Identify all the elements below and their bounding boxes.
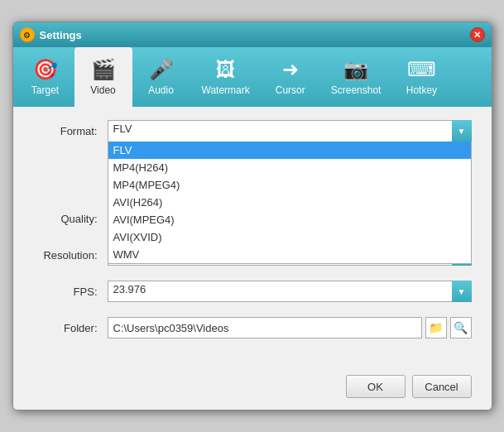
audio-icon: 🎤 — [149, 58, 174, 81]
folder-control: 📁 🔍 — [108, 317, 472, 338]
folder-search-button[interactable]: 🔍 — [450, 317, 472, 338]
cancel-button[interactable]: Cancel — [412, 375, 472, 398]
target-icon: 🎯 — [33, 58, 58, 81]
nav-item-cursor[interactable]: ➜ Cursor — [262, 47, 319, 107]
fps-control: 23.976 ▼ — [108, 281, 472, 302]
cursor-icon: ➜ — [282, 58, 299, 81]
format-dropdown: FLV MP4(H264) MP4(MPEG4) AVI(H264) AVI(M… — [108, 142, 472, 264]
format-row: Format: FLV ▼ FLV MP4(H264) MP4(MPEG4) A… — [33, 120, 472, 142]
quality-label: Quality: — [33, 213, 108, 225]
nav-label-cursor: Cursor — [276, 84, 305, 96]
format-option-mp4h264[interactable]: MP4(H264) — [108, 159, 471, 176]
nav-item-video[interactable]: 🎬 Video — [74, 47, 132, 107]
folder-input[interactable] — [108, 317, 422, 338]
fps-label: FPS: — [33, 286, 108, 298]
folder-label: Folder: — [33, 322, 108, 334]
nav-label-watermark: Watermark — [202, 84, 250, 96]
footer: OK Cancel — [13, 367, 492, 410]
nav-item-target[interactable]: 🎯 Target — [17, 47, 74, 107]
nav-bar: 🎯 Target 🎬 Video 🎤 Audio 🖼 Watermark ➜ C… — [13, 47, 492, 107]
nav-label-audio: Audio — [148, 84, 174, 96]
hotkey-icon: ⌨ — [407, 58, 436, 81]
settings-window: ⚙ Settings ✕ 🎯 Target 🎬 Video 🎤 Audio 🖼 … — [12, 22, 492, 410]
folder-row: Folder: 📁 🔍 — [33, 317, 472, 338]
close-button[interactable]: ✕ — [470, 27, 485, 42]
nav-label-hotkey: Hotkey — [406, 84, 437, 96]
format-option-wmv[interactable]: WMV — [108, 246, 471, 263]
folder-icon: 📁 — [429, 321, 443, 334]
folder-browse-button[interactable]: 📁 — [425, 317, 447, 338]
watermark-icon: 🖼 — [216, 58, 236, 81]
format-option-flv[interactable]: FLV — [108, 142, 471, 159]
format-option-avih264[interactable]: AVI(H264) — [108, 194, 471, 211]
nav-item-audio[interactable]: 🎤 Audio — [132, 47, 190, 107]
screenshot-icon: 📷 — [343, 58, 368, 81]
nav-item-screenshot[interactable]: 📷 Screenshot — [319, 47, 393, 107]
titlebar-left: ⚙ Settings — [20, 27, 82, 42]
search-icon: 🔍 — [454, 321, 468, 334]
nav-item-hotkey[interactable]: ⌨ Hotkey — [392, 47, 450, 107]
fps-row: FPS: 23.976 ▼ — [33, 281, 472, 302]
format-option-avixvid[interactable]: AVI(XVID) — [108, 228, 471, 246]
content-area: Format: FLV ▼ FLV MP4(H264) MP4(MPEG4) A… — [13, 107, 492, 367]
ok-button[interactable]: OK — [346, 375, 406, 398]
format-label: Format: — [33, 125, 108, 137]
nav-item-watermark[interactable]: 🖼 Watermark — [190, 47, 262, 107]
resolution-label: Resolution: — [33, 249, 108, 262]
app-icon: ⚙ — [20, 27, 35, 42]
format-option-avimpeg4[interactable]: AVI(MPEG4) — [108, 211, 471, 228]
format-control: FLV ▼ FLV MP4(H264) MP4(MPEG4) AVI(H264)… — [108, 120, 472, 142]
fps-select[interactable]: 23.976 — [108, 281, 472, 302]
format-select[interactable]: FLV — [108, 120, 472, 142]
nav-label-video: Video — [90, 84, 115, 96]
nav-label-target: Target — [31, 84, 59, 96]
titlebar: ⚙ Settings ✕ — [13, 22, 492, 47]
nav-label-screenshot: Screenshot — [331, 84, 382, 96]
window-title: Settings — [40, 29, 82, 41]
video-icon: 🎬 — [91, 58, 116, 81]
format-option-mp4mpeg4[interactable]: MP4(MPEG4) — [108, 176, 471, 194]
